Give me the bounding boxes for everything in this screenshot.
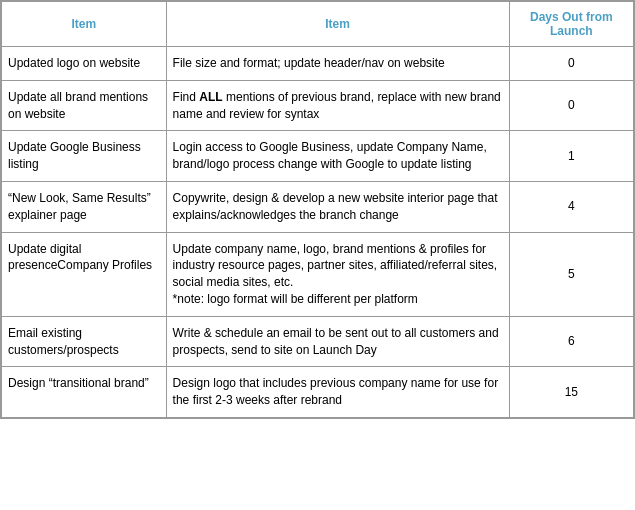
col2-cell: Login access to Google Business, update … (166, 131, 509, 182)
col1-cell: Updated logo on website (2, 47, 167, 81)
col1-cell: Update digital presenceCompany Profiles (2, 232, 167, 316)
col2-cell: Write & schedule an email to be sent out… (166, 316, 509, 367)
col3-cell: 0 (509, 80, 633, 131)
col1-cell: Email existing customers/prospects (2, 316, 167, 367)
col2-cell: Copywrite, design & develop a new websit… (166, 181, 509, 232)
table-row: Update Google Business listingLogin acce… (2, 131, 634, 182)
col3-cell: 15 (509, 367, 633, 418)
col1-cell: Update Google Business listing (2, 131, 167, 182)
table-row: Updated logo on websiteFile size and for… (2, 47, 634, 81)
col2-cell: Update company name, logo, brand mention… (166, 232, 509, 316)
col2-cell: Find ALL mentions of previous brand, rep… (166, 80, 509, 131)
col1-cell: Design “transitional brand” (2, 367, 167, 418)
table-row: “New Look, Same Results” explainer pageC… (2, 181, 634, 232)
col1-cell: “New Look, Same Results” explainer page (2, 181, 167, 232)
table-row: Email existing customers/prospectsWrite … (2, 316, 634, 367)
col2-cell: File size and format; update header/nav … (166, 47, 509, 81)
col3-cell: 6 (509, 316, 633, 367)
table-row: Design “transitional brand”Design logo t… (2, 367, 634, 418)
header-row: Item Item Days Out from Launch (2, 2, 634, 47)
col1-cell: Update all brand mentions on website (2, 80, 167, 131)
col2-cell: Design logo that includes previous compa… (166, 367, 509, 418)
header-col3: Days Out from Launch (509, 2, 633, 47)
main-table-container: Item Item Days Out from Launch Updated l… (0, 0, 635, 419)
col3-cell: 4 (509, 181, 633, 232)
col3-cell: 1 (509, 131, 633, 182)
table-row: Update digital presenceCompany ProfilesU… (2, 232, 634, 316)
table-row: Update all brand mentions on websiteFind… (2, 80, 634, 131)
header-col2: Item (166, 2, 509, 47)
col3-cell: 5 (509, 232, 633, 316)
launch-table: Item Item Days Out from Launch Updated l… (1, 1, 634, 418)
col3-cell: 0 (509, 47, 633, 81)
header-col1: Item (2, 2, 167, 47)
